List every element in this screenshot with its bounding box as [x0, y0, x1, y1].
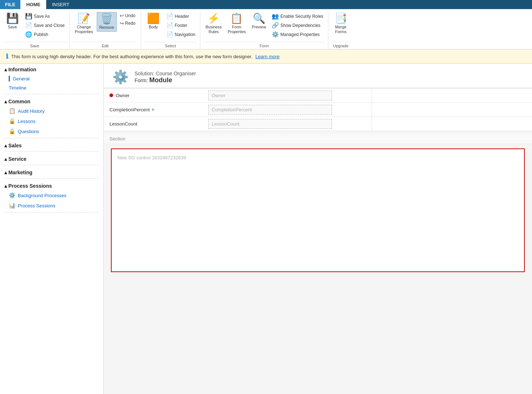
navigation-button[interactable]: 📄 Navigation [164, 30, 197, 39]
upgrade-group-label: Upgrade [331, 42, 350, 49]
header-icon: 📄 [166, 13, 173, 20]
form-header-icon: ⚙️ [112, 69, 129, 85]
info-banner: ℹ This form is using high density header… [0, 49, 532, 64]
preview-button[interactable]: 🔍 Preview [249, 12, 268, 31]
form-properties-label: FormProperties [228, 25, 246, 34]
save-close-label: Save and Close [34, 23, 65, 28]
info-text: This form is using high density header. … [11, 54, 252, 59]
ribbon-tab-bar: FILE HOME INSERT [0, 0, 532, 9]
completionpercent-extra [372, 103, 532, 116]
save-icon: 💾 [6, 13, 19, 24]
solution-name: Course Organiser [156, 71, 196, 76]
form-label: Form: [135, 77, 148, 83]
learn-more-link[interactable]: Learn more [255, 54, 279, 59]
sidebar-divider-2 [4, 138, 99, 138]
edit-group-label: Edit [73, 42, 138, 49]
sidebar-header-common: ▴ Common [0, 96, 103, 106]
section-control-text: New SG control 1632487232839 [117, 155, 186, 160]
info-icon: ℹ [6, 52, 8, 60]
owner-required-dot [109, 93, 113, 97]
section-label: Section [104, 134, 532, 144]
form-name: Module [149, 76, 172, 84]
sidebar-section-sales: ▴ Sales [0, 140, 103, 152]
background-processes-icon: ⚙️ [9, 192, 16, 199]
footer-icon: 📄 [166, 22, 173, 29]
managed-properties-icon: ⚙️ [272, 31, 279, 38]
owner-input[interactable]: Owner [208, 91, 332, 100]
business-rules-button[interactable]: ⚡ BusinessRules [203, 12, 224, 36]
form-group-label: Form [203, 42, 325, 49]
save-options-col: 💾 Save As 📄 Save and Close 🌐 Publish [23, 12, 67, 39]
form-line: Form: Module [135, 76, 196, 84]
sidebar-label-questions: Questions [18, 129, 39, 134]
sidebar-divider-1 [4, 94, 99, 94]
select-group-items: 🟧 Body 📄 Header 📄 Footer 📄 Navigation [144, 12, 197, 41]
business-rules-label: BusinessRules [205, 25, 222, 34]
remove-button[interactable]: 🗑️ Remove [97, 12, 117, 32]
save-as-button[interactable]: 💾 Save As [23, 12, 67, 20]
header-button[interactable]: 📄 Header [164, 12, 197, 20]
lessoncount-input-container: LessonCount [205, 118, 372, 130]
save-close-button[interactable]: 📄 Save and Close [23, 21, 67, 29]
show-dependencies-button[interactable]: 🔗 Show Dependencies [270, 21, 325, 29]
content-area: ⚙️ Solution: Course Organiser Form: Modu… [104, 64, 532, 394]
undo-button[interactable]: ↩ Undo [118, 12, 137, 19]
sidebar-item-questions[interactable]: 🔒 Questions [0, 126, 103, 136]
save-label: Save [8, 25, 17, 29]
sidebar-section-information: ▴ Information General Timeline [0, 64, 103, 94]
ribbon: FILE HOME INSERT 💾 Save 💾 Save As 📄 [0, 0, 532, 49]
sidebar-label-lessons: Lessons [18, 119, 35, 124]
completionpercent-input-container: CompletionPercent [205, 103, 372, 116]
tab-home[interactable]: HOME [20, 0, 46, 9]
sidebar-header-sales: ▴ Sales [0, 140, 103, 150]
completionpercent-required-plus: + [152, 107, 155, 112]
section-control-wrapper: New SG control 1632487232839 [104, 144, 532, 276]
body-button[interactable]: 🟧 Body [144, 12, 163, 31]
lessoncount-extra [372, 117, 532, 131]
sidebar-item-lessons[interactable]: 🔒 Lessons [0, 116, 103, 126]
upgrade-group-items: 📑 MergeForms [331, 12, 350, 41]
merge-forms-button[interactable]: 📑 MergeForms [331, 12, 350, 36]
select-options-col: 📄 Header 📄 Footer 📄 Navigation [164, 12, 197, 39]
sidebar-item-audit-history[interactable]: 📋 Audit History [0, 106, 103, 116]
form-header-text: Solution: Course Organiser Form: Module [135, 71, 196, 84]
ribbon-group-upgrade: 📑 MergeForms Upgrade [328, 11, 353, 49]
form-group-items: ⚡ BusinessRules 📋 FormProperties 🔍 Previ… [203, 12, 325, 41]
section-control-box[interactable]: New SG control 1632487232839 [111, 148, 525, 272]
managed-properties-button[interactable]: ⚙️ Managed Properties [270, 30, 325, 39]
form-row-lessoncount: LessonCount LessonCount [104, 117, 532, 131]
redo-label: Redo [125, 21, 136, 26]
main-layout: ▴ Information General Timeline ▴ Common … [0, 64, 532, 394]
sidebar-item-general[interactable]: General [0, 74, 103, 83]
owner-label: Owner [104, 91, 205, 100]
sidebar-label-general: General [13, 76, 29, 81]
sidebar-item-process-sessions[interactable]: 📊 Process Sessions [0, 200, 103, 211]
sidebar-item-background-processes[interactable]: ⚙️ Background Processes [0, 190, 103, 200]
lessoncount-input[interactable]: LessonCount [208, 119, 332, 129]
show-dependencies-label: Show Dependencies [280, 23, 320, 28]
lessoncount-label: LessonCount [104, 119, 205, 129]
edit-group-items: 📝 ChangeProperties 🗑️ Remove ↩ Undo ↪ Re… [73, 12, 138, 41]
tab-insert[interactable]: INSERT [46, 0, 75, 9]
save-group-items: 💾 Save 💾 Save As 📄 Save and Close 🌐 Publ… [3, 12, 67, 41]
form-properties-button[interactable]: 📋 FormProperties [225, 12, 248, 36]
footer-button[interactable]: 📄 Footer [164, 21, 197, 29]
save-button[interactable]: 💾 Save [3, 12, 22, 31]
sidebar-item-timeline[interactable]: Timeline [0, 83, 103, 92]
enable-security-button[interactable]: 👥 Enable Security Roles [270, 12, 325, 20]
questions-icon: 🔒 [9, 128, 16, 135]
redo-button[interactable]: ↪ Redo [118, 20, 137, 27]
ribbon-body: 💾 Save 💾 Save As 📄 Save and Close 🌐 Publ… [0, 9, 532, 49]
change-properties-icon: 📝 [77, 13, 90, 24]
publish-button[interactable]: 🌐 Publish [23, 30, 67, 39]
sidebar-header-information: ▴ Information [0, 64, 103, 74]
publish-icon: 🌐 [25, 31, 32, 38]
undo-icon: ↩ [120, 13, 124, 19]
change-properties-button[interactable]: 📝 ChangeProperties [73, 12, 95, 36]
form-header: ⚙️ Solution: Course Organiser Form: Modu… [104, 64, 532, 88]
sidebar-divider-3 [4, 151, 99, 152]
tab-file[interactable]: FILE [0, 0, 20, 9]
sidebar-header-marketing: ▴ Marketing [0, 167, 103, 177]
completionpercent-input[interactable]: CompletionPercent [208, 105, 332, 115]
save-group-label: Save [3, 42, 67, 49]
